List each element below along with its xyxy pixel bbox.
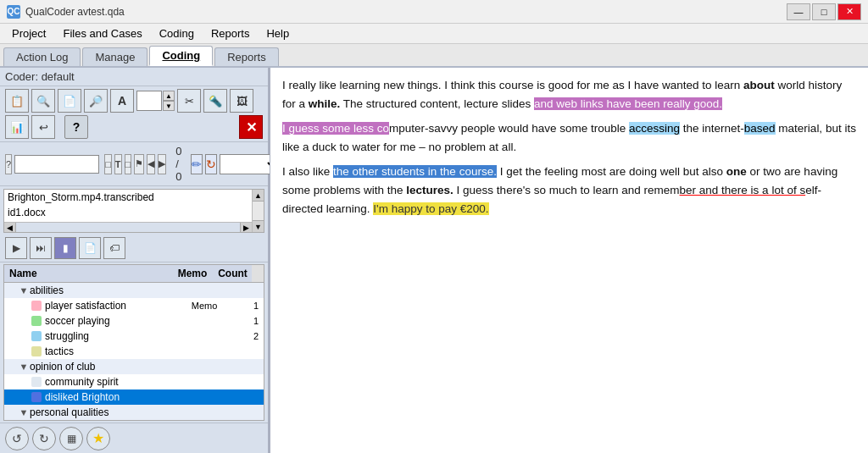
menu-project[interactable]: Project xyxy=(3,25,54,41)
skip-end-btn[interactable]: ⏭ xyxy=(30,237,52,259)
text-hl-red-underline: ber and there is a lot of s xyxy=(680,184,806,196)
font-size-spinner: ▲ ▼ xyxy=(163,91,175,111)
close-button[interactable]: ✕ xyxy=(837,3,861,20)
coder-label: Coder: default xyxy=(5,70,75,83)
color-dot-struggling xyxy=(31,331,42,341)
font-size-input[interactable]: 11 xyxy=(136,91,162,111)
text-p3-bold-one: one xyxy=(726,165,747,178)
toolbar-btn-1[interactable]: 📋 xyxy=(5,89,29,113)
tree-item-community-spirit[interactable]: community spirit xyxy=(4,374,264,389)
font-size-down[interactable]: ▼ xyxy=(163,101,175,111)
tree-item-tactics[interactable]: tactics xyxy=(4,344,264,359)
collapse-icon-abilities: ▼ xyxy=(18,285,30,296)
color-dot-player-satisfaction xyxy=(31,301,42,311)
menu-bar: Project Files and Cases Coding Reports H… xyxy=(0,24,868,44)
file-hscrollbar: ◀ ▶ xyxy=(4,222,252,232)
nav-count: 0 / 0 xyxy=(169,145,188,183)
text-hl-students: the other students in the course. xyxy=(333,165,497,178)
text-p1-bold-while: while. xyxy=(309,97,341,110)
text-p2-cont: mputer-savvy people would have some trou… xyxy=(389,122,629,135)
text-hl-purple: and web links have been really good. xyxy=(534,97,722,110)
tab-bar: Action Log Manage Coding Reports xyxy=(0,44,868,68)
tree-item-abilities[interactable]: ▼ abilities xyxy=(4,283,264,298)
text-p3-cont: I get the feeling most are doing well bu… xyxy=(497,165,726,178)
code-tree-container: Name Memo Count ▼ abilities player satis… xyxy=(3,264,264,421)
toolbar-btn-2[interactable]: 🔍 xyxy=(31,89,55,113)
tree-item-opinion-of-club[interactable]: ▼ opinion of club xyxy=(4,359,264,374)
toolbar-btn-search[interactable]: 🔦 xyxy=(203,89,227,113)
text-panel[interactable]: I really like learning new things. I thi… xyxy=(270,68,868,453)
bookmark-btn[interactable]: ▮ xyxy=(54,237,76,259)
toolbar-btn-3[interactable]: 📄 xyxy=(58,89,81,113)
close-coding-button[interactable]: ✕ xyxy=(239,115,263,139)
font-size-up[interactable]: ▲ xyxy=(163,91,175,101)
toolbar-btn-graph[interactable]: 📊 xyxy=(5,115,29,139)
big-toolbar: Coder: default xyxy=(0,68,268,86)
back-btn[interactable]: ↺ xyxy=(5,427,29,450)
tree-item-disliked-brighton[interactable]: disliked Brighton xyxy=(4,389,264,405)
text-hl-based: based xyxy=(744,122,776,135)
file-item-1[interactable]: Brighton_Storm.mp4.transcribed xyxy=(4,190,251,205)
text-paragraph-3: I also like the other students in the co… xyxy=(282,163,856,218)
file-hscroll-right[interactable]: ▶ xyxy=(240,223,252,233)
text-p1-bold-about: about xyxy=(743,79,775,91)
maximize-button[interactable]: □ xyxy=(812,3,836,20)
title-bar-controls: — □ ✕ xyxy=(787,3,861,20)
grid-btn[interactable]: ▦ xyxy=(59,427,83,450)
menu-reports[interactable]: Reports xyxy=(203,25,259,41)
pencil-btn[interactable]: ✏ xyxy=(191,154,203,174)
flag-btn[interactable]: ⚑ xyxy=(134,154,144,174)
toolbar-btn-image[interactable]: 🖼 xyxy=(230,89,253,113)
file-scrollbar: ▲ ▼ xyxy=(252,190,264,232)
search-input[interactable] xyxy=(14,155,99,174)
tree-item-struggling[interactable]: struggling 2 xyxy=(4,329,264,344)
transport-controls: ▶ ⏭ ▮ 📄 🏷 xyxy=(0,235,268,262)
help-button[interactable]: ? xyxy=(64,115,88,139)
text-btn[interactable]: T xyxy=(114,154,122,174)
document-btn[interactable]: 📄 xyxy=(79,237,101,259)
text-p3-start: I also like xyxy=(282,165,333,178)
menu-files-and-cases[interactable]: Files and Cases xyxy=(54,25,150,41)
text-p1-cont2: The structured content, lecture slides xyxy=(340,97,534,110)
tab-coding[interactable]: Coding xyxy=(149,46,213,66)
menu-coding[interactable]: Coding xyxy=(151,25,203,41)
toolbar-btn-scissors[interactable]: ✂ xyxy=(177,89,201,113)
checkbox-T-btn[interactable]: □ xyxy=(104,154,112,174)
app-icon: QC xyxy=(7,5,20,19)
toolbar-btn-4[interactable]: 🔎 xyxy=(84,89,108,113)
checkbox2-btn[interactable]: □ xyxy=(125,154,132,174)
toolbar-btn-arrow[interactable]: ↩ xyxy=(31,115,55,139)
toolbar-row2: ? □ T □ ⚑ ◀ ▶ 0 / 0 ✏ ↻ xyxy=(0,142,268,186)
main-content: Coder: default 📋 🔍 📄 🔎 A 11 ▲ ▼ ✂ 🔦 🖼 📊 … xyxy=(0,68,868,453)
tab-reports[interactable]: Reports xyxy=(214,47,279,66)
refresh-btn[interactable]: ↻ xyxy=(205,154,217,174)
prev-btn[interactable]: ◀ xyxy=(147,154,155,174)
text-p3-cont3: I guess there's so much to learn and rem… xyxy=(453,184,680,196)
title-bar: QC QualCoder avtest.qda — □ ✕ xyxy=(0,0,868,24)
col-memo: Memo xyxy=(171,265,214,282)
collapse-icon-opinion: ▼ xyxy=(18,362,30,372)
tab-action-log[interactable]: Action Log xyxy=(3,47,81,66)
file-scroll-up[interactable]: ▲ xyxy=(253,190,264,202)
file-item-2[interactable]: id1.docx xyxy=(4,205,251,220)
collapse-icon-personal: ▼ xyxy=(18,407,30,417)
tab-manage[interactable]: Manage xyxy=(82,47,147,66)
tag-btn[interactable]: 🏷 xyxy=(103,237,125,259)
color-dot-community-spirit xyxy=(31,377,42,387)
toolbar-btn-5[interactable]: A xyxy=(110,89,134,113)
question-btn[interactable]: ? xyxy=(5,154,12,174)
tree-item-personal-qualities[interactable]: ▼ personal qualities xyxy=(4,405,264,420)
text-p3-bold-lectures: lectures. xyxy=(406,184,453,196)
next-btn[interactable]: ▶ xyxy=(158,154,166,174)
minimize-button[interactable]: — xyxy=(787,3,810,20)
tree-item-player-satisfaction[interactable]: player satisfaction Memo 1 xyxy=(4,298,264,313)
file-hscroll-left[interactable]: ◀ xyxy=(4,223,16,233)
tree-item-soccer-playing[interactable]: soccer playing 1 xyxy=(4,313,264,329)
title-bar-left: QC QualCoder avtest.qda xyxy=(7,5,125,19)
color-dot-disliked-brighton xyxy=(31,392,42,402)
play-btn[interactable]: ▶ xyxy=(5,237,27,259)
fwd-btn[interactable]: ↻ xyxy=(32,427,56,450)
file-scroll-down[interactable]: ▼ xyxy=(253,220,264,232)
star-btn[interactable]: ★ xyxy=(86,427,110,450)
menu-help[interactable]: Help xyxy=(258,25,298,41)
